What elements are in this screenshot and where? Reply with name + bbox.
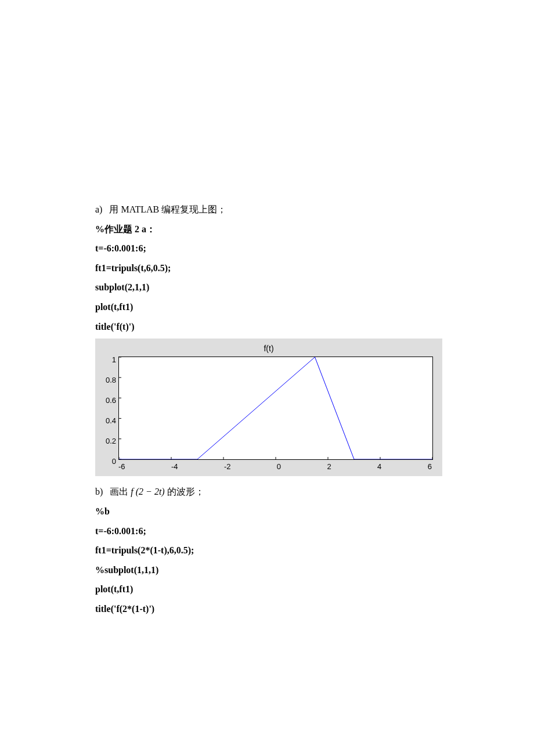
x-tick: -2 xyxy=(224,461,231,473)
chart-figure: f(t) 1 0.8 0.6 0.4 0.2 0 xyxy=(95,339,442,476)
x-tick: 0 xyxy=(277,461,281,473)
item-a: a) 用 MATLAB 编程复现上图； xyxy=(95,202,439,217)
code-comment-b: %b xyxy=(95,504,439,519)
code-line: t=-6:0.001:6; xyxy=(95,524,439,539)
chart-axes: 1 0.8 0.6 0.4 0.2 0 xyxy=(99,357,439,460)
document-page: a) 用 MATLAB 编程复现上图； %作业题 2 a： t=-6:0.001… xyxy=(0,0,534,691)
x-tick: 2 xyxy=(327,461,331,473)
code-line: t=-6:0.001:6; xyxy=(95,241,439,256)
tick-marks xyxy=(119,357,432,459)
plot-svg xyxy=(119,357,432,459)
code-line: plot(t,ft1) xyxy=(95,582,439,597)
chart-line xyxy=(119,357,432,459)
item-a-desc: 用 MATLAB 编程复现上图； xyxy=(109,204,226,214)
item-b-desc-pre: 画出 xyxy=(110,487,131,496)
item-a-label: a) xyxy=(95,204,102,214)
x-tick: 4 xyxy=(377,461,381,473)
code-line: title('f(t)') xyxy=(95,319,439,334)
chart-title: f(t) xyxy=(99,342,439,356)
x-tick: 6 xyxy=(428,461,432,473)
item-b-expr: f (2 − 2t) xyxy=(131,487,164,496)
x-tick: -6 xyxy=(118,461,125,473)
plot-area xyxy=(118,357,433,460)
item-b-label: b) xyxy=(95,487,103,496)
code-line: ft1=tripuls(2*(1-t),6,0.5); xyxy=(95,543,439,558)
x-axis: -6 -4 -2 0 2 4 6 xyxy=(118,460,432,473)
code-line: plot(t,ft1) xyxy=(95,300,439,315)
code-comment-a: %作业题 2 a： xyxy=(95,222,439,237)
code-line: %subplot(1,1,1) xyxy=(95,563,439,578)
code-line: title('f(2*(1-t)') xyxy=(95,602,439,617)
y-axis: 1 0.8 0.6 0.4 0.2 0 xyxy=(99,357,118,459)
item-b-desc-post: 的波形； xyxy=(165,487,204,496)
code-line: subplot(2,1,1) xyxy=(95,280,439,295)
code-line: ft1=tripuls(t,6,0.5); xyxy=(95,261,439,276)
x-tick: -4 xyxy=(171,461,178,473)
item-b: b) 画出 f (2 − 2t) 的波形； xyxy=(95,484,439,499)
